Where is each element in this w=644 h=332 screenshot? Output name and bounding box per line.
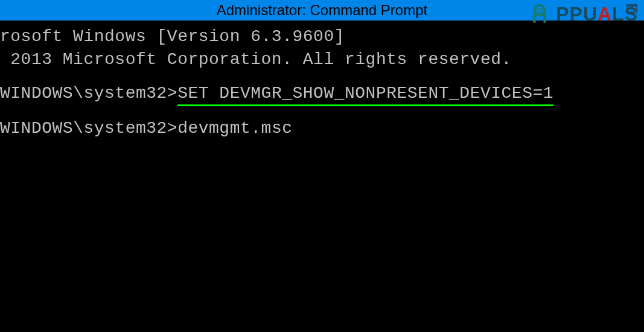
watermark-text: PPUALS	[556, 3, 638, 25]
command-text-underlined: SET DEVMGR_SHOW_NONPRESENT_DEVICES=1	[177, 82, 553, 107]
appuals-watermark: PPUALS	[527, 1, 638, 27]
svg-point-1	[537, 8, 539, 11]
prompt-path: WINDOWS\system32>	[0, 117, 177, 140]
command-prompt-window: Administrator: Command Prompt rosoft Win…	[0, 0, 644, 332]
appuals-logo-icon	[527, 1, 552, 27]
window-title: Administrator: Command Prompt	[217, 2, 427, 19]
prompt-path: WINDOWS\system32>	[0, 82, 177, 107]
command-line-1: WINDOWS\system32>SET DEVMGR_SHOW_NONPRES…	[0, 82, 644, 107]
command-text: devmgmt.msc	[177, 117, 292, 140]
terminal-content[interactable]: rosoft Windows [Version 6.3.9600] 2013 M…	[0, 21, 644, 332]
version-line: rosoft Windows [Version 6.3.9600]	[0, 25, 644, 48]
copyright-line: 2013 Microsoft Corporation. All rights r…	[0, 48, 644, 71]
svg-point-2	[540, 8, 543, 11]
command-line-2: WINDOWS\system32>devmgmt.msc	[0, 117, 644, 140]
